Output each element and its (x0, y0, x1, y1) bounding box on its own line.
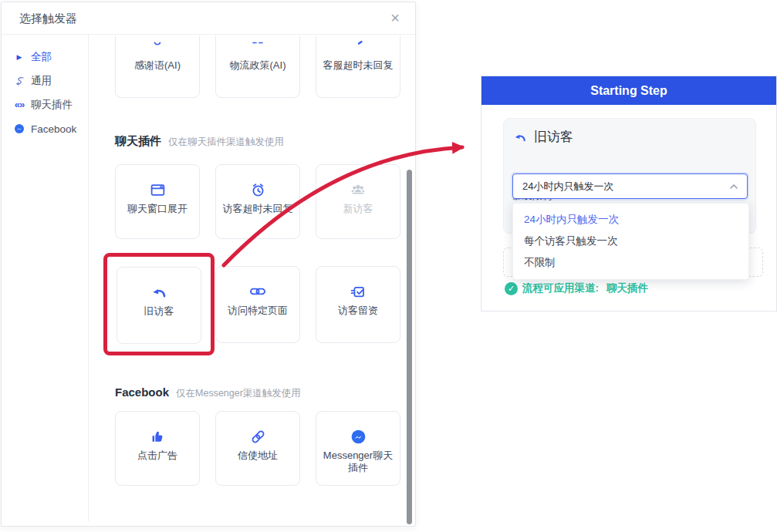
starting-step-header: Starting Step (481, 76, 776, 105)
dropdown-option-24h[interactable]: 24小时内只触发一次 (513, 209, 748, 231)
section-subtitle: 仅在Messenger渠道触发使用 (176, 387, 301, 400)
section-subtitle: 仅在聊天插件渠道触发使用 (168, 136, 284, 149)
users-group-icon (316, 180, 400, 199)
category-sidebar: ▶ 全部 通用 «» 聊天插件 Facebook (2, 35, 89, 521)
section-header-chat-plugin: 聊天插件 仅在聊天插件渠道触发使用 (115, 134, 284, 149)
section-title: Facebook (115, 386, 169, 399)
dropdown-option-unlimited[interactable]: 不限制 (513, 252, 748, 274)
chain-link-icon (216, 427, 299, 446)
agent-timeout-icon (316, 37, 400, 56)
thanks-ai-icon (116, 37, 199, 56)
section-header-facebook: Facebook 仅在Messenger渠道触发使用 (115, 386, 301, 400)
card-label: 新访客 (316, 203, 400, 215)
card-label: 信使地址 (216, 450, 299, 462)
card-label: 物流政策(AI) (216, 59, 299, 72)
card-label: 客服超时未回复 (316, 59, 400, 72)
trigger-select-dialog: 选择触发器 × ▶ 全部 通用 «» 聊天插件 (1, 2, 416, 527)
trigger-grid: 感谢语(AI) 物流政策(AI) 客服超时未回复 聊天插件 仅在聊天插件渠道触发… (90, 35, 414, 525)
sidebar-item-chat-plugin[interactable]: «» 聊天插件 (13, 97, 88, 113)
card-label: 感谢语(AI) (116, 59, 199, 72)
sidebar-item-facebook[interactable]: Facebook (13, 121, 88, 136)
dialog-title: 选择触发器 (19, 2, 77, 35)
alarm-clock-icon (216, 180, 299, 199)
card-label: 访问特定页面 (216, 305, 299, 317)
card-click-ad[interactable]: 点击广告 (115, 411, 200, 486)
card-messenger-ref-url[interactable]: 信使地址 (215, 411, 300, 486)
trigger-limit-dropdown: 24小时内只触发一次 每个访客只触发一次 不限制 (512, 203, 749, 280)
select-value: 24小时内只触发一次 (522, 180, 730, 194)
applicable-channels-label: 流程可应用渠道: (522, 281, 599, 295)
undo-arrow-icon (513, 131, 527, 143)
close-icon[interactable]: × (386, 8, 404, 27)
sidebar-item-all[interactable]: ▶ 全部 (13, 49, 88, 65)
squiggle-route-icon (13, 76, 25, 87)
card-messenger-chat-plugin[interactable]: Messenger聊天插件 (316, 411, 400, 486)
card-chat-window-open[interactable]: 聊天窗口展开 (115, 164, 200, 239)
link-icon (216, 282, 299, 301)
chat-plugin-icon: «» (13, 100, 25, 109)
card-agent-timeout[interactable]: 客服超时未回复 (316, 35, 400, 98)
dropdown-option-per-visitor[interactable]: 每个访客只触发一次 (513, 231, 748, 252)
chevron-up-icon (730, 184, 738, 189)
card-label: 聊天窗口展开 (116, 203, 199, 215)
card-returning-visitor[interactable]: 旧访客 (117, 267, 201, 344)
sidebar-item-general[interactable]: 通用 (13, 73, 88, 89)
card-label: 访客留资 (316, 305, 400, 317)
card-visitor-lead[interactable]: 访客留资 (316, 266, 400, 343)
browser-window-icon (116, 180, 199, 199)
sidebar-item-label: 通用 (31, 74, 52, 88)
card-label: 点击广告 (116, 450, 199, 462)
card-logistics-ai[interactable]: 物流政策(AI) (215, 35, 300, 98)
dialog-header: 选择触发器 × (2, 2, 415, 35)
card-label: 旧访客 (117, 305, 201, 318)
card-thanks-ai[interactable]: 感谢语(AI) (115, 35, 200, 98)
sidebar-item-label: 全部 (31, 50, 52, 64)
undo-arrow-icon (117, 283, 201, 301)
card-new-visitor: 新访客 (316, 164, 400, 239)
card-visitor-timeout[interactable]: 访客超时未回复 (215, 164, 300, 239)
square-check-icon (316, 282, 400, 301)
card-label: Messenger聊天插件 (316, 450, 400, 474)
applicable-channels-row: ✓ 流程可应用渠道: 聊天插件 (505, 281, 648, 295)
messenger-icon (316, 427, 400, 446)
card-label: 访客超时未回复 (216, 203, 299, 215)
logistics-ai-icon (216, 37, 299, 56)
section-title: 聊天插件 (115, 134, 161, 149)
thumbs-up-icon (116, 427, 199, 446)
play-triangle-icon: ▶ (13, 53, 25, 61)
trigger-limit-select[interactable]: 24小时内只触发一次 (512, 173, 748, 199)
sidebar-item-label: Facebook (31, 123, 76, 135)
applicable-channel-value[interactable]: 聊天插件 (606, 281, 648, 295)
trigger-row: 旧访客 (513, 128, 573, 146)
starting-step-panel: Starting Step 旧访客 触发限制 24小时内只触发一次 24小时内只… (481, 76, 777, 311)
card-visit-specific-page[interactable]: 访问特定页面 (215, 266, 300, 343)
check-circle-icon: ✓ (505, 282, 518, 295)
scrollbar-thumb[interactable] (407, 170, 412, 524)
sidebar-item-label: 聊天插件 (31, 98, 73, 112)
trigger-name: 旧访客 (534, 128, 573, 146)
messenger-icon (13, 123, 25, 134)
